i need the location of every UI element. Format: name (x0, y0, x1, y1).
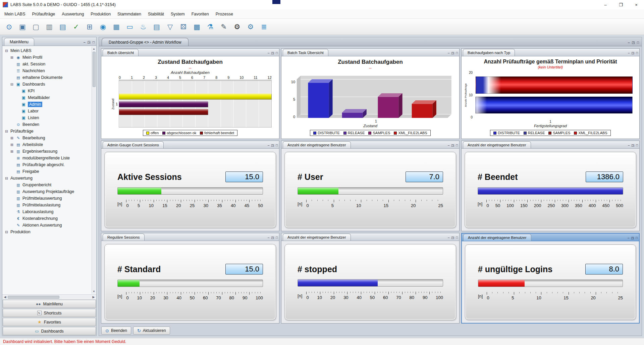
power-icon[interactable]: ⊙ (3, 21, 15, 33)
save-icon[interactable]: ▣ (17, 21, 28, 33)
table-document-icon[interactable]: ▤ (57, 21, 68, 33)
monitor-icon[interactable]: ▭ (124, 21, 136, 33)
window-close-icon[interactable]: × (629, 0, 644, 9)
tree-item-ergebniserfassung[interactable]: ⊞▥Ergebniserfassung (3, 148, 91, 155)
tree-item-gruppenbericht[interactable]: ▥Gruppenbericht (3, 182, 91, 188)
tree-item-dashboards[interactable]: ⊟▣Dashboards (3, 81, 91, 88)
copy-document-icon[interactable]: ▥ (44, 21, 55, 33)
maximize-icon[interactable]: □ (636, 236, 638, 240)
sidebar-button-shortcuts[interactable]: NShortcuts (3, 309, 96, 317)
minimize-icon[interactable]: – (448, 51, 449, 55)
tree-item-nachrichten[interactable]: ☰Nachrichten (3, 67, 91, 74)
panel-tab-anzahl-benutzer-stopped[interactable]: Anzahl der eingetragene Benutzer (283, 234, 351, 241)
tree-item-freigabe[interactable]: ▤Freigabe (3, 168, 91, 175)
scroll-down-icon[interactable]: ▼ (93, 289, 95, 294)
tree-item-produktion[interactable]: ⊟Produktion (3, 229, 91, 235)
panel-tab-batch-uebersicht[interactable]: Batch übersicht (103, 49, 139, 56)
maximize-icon[interactable]: □ (93, 41, 95, 44)
float-icon[interactable]: ◳ (631, 51, 634, 55)
scrollbar-thumb[interactable] (93, 52, 96, 87)
collapse-icon[interactable]: ⊟ (4, 176, 9, 181)
float-icon[interactable]: ◳ (451, 51, 454, 55)
panel-tab-anzahl-benutzer-user[interactable]: Anzahl der eingetragene Benutzer (283, 141, 351, 148)
tree-item-metallb-der[interactable]: ▣Metallbäder (3, 94, 91, 101)
scroll-left-icon[interactable]: ◀ (3, 295, 7, 299)
minimize-icon[interactable]: – (448, 236, 449, 239)
tree-item-listen[interactable]: ▣Listen (3, 114, 91, 121)
menu-auswertung[interactable]: Auswertung (59, 10, 87, 18)
maximize-icon[interactable]: □ (276, 236, 278, 239)
search-list-icon[interactable]: ≣ (258, 21, 270, 33)
sidebar-button-dashboards[interactable]: ▭Dashboards (3, 327, 96, 335)
collapse-icon[interactable]: ⊟ (4, 230, 9, 234)
panel-tab-batch-task-uebersicht[interactable]: Batch Task Übersicht (283, 49, 328, 56)
maximize-icon[interactable]: □ (456, 236, 458, 239)
maximize-icon[interactable]: □ (276, 51, 278, 55)
tree-item-aktionen-auswertung[interactable]: ✎Aktionen Auswertung (3, 222, 91, 229)
tree-item-auswertung[interactable]: ⊟Auswertung (3, 175, 91, 182)
maximize-icon[interactable]: □ (637, 41, 639, 44)
minimize-icon[interactable]: – (268, 236, 269, 239)
maximize-icon[interactable]: □ (276, 144, 278, 147)
footer-button-aktualisieren[interactable]: ↻Aktualisieren (133, 327, 170, 335)
tree-item-admin[interactable]: ▣Admin (3, 101, 91, 108)
float-icon[interactable]: ◳ (632, 41, 635, 44)
tree-item-labor[interactable]: ▣Labor (3, 108, 91, 114)
minimize-icon[interactable]: – (84, 41, 86, 44)
menu-favoriten[interactable]: Favoriten (189, 10, 212, 18)
collapse-icon[interactable]: ⊟ (10, 82, 14, 87)
minimize-icon[interactable]: – (268, 144, 269, 147)
expand-icon[interactable]: ⊞ (10, 143, 14, 147)
float-icon[interactable]: ◳ (631, 144, 634, 147)
maximize-icon[interactable]: □ (456, 51, 458, 55)
tree-item-beenden[interactable]: ⊙Beenden (3, 121, 91, 128)
maximize-icon[interactable]: □ (456, 144, 458, 147)
menu-produktion[interactable]: Produktion (88, 10, 114, 18)
sidebar-tab-mainmenu[interactable]: MainMenu (4, 38, 34, 46)
box-star-icon[interactable]: ▩ (191, 21, 203, 33)
expand-icon[interactable]: ⊞ (10, 55, 14, 60)
collapse-icon[interactable]: ⊟ (4, 129, 9, 134)
sidebar-button-favorites[interactable]: ★Favorites (3, 318, 96, 326)
float-icon[interactable]: ◳ (271, 144, 274, 147)
tree-item-arbeitsliste[interactable]: ⊞▤Arbeitsliste (3, 141, 91, 148)
scroll-right-icon[interactable]: ▶ (92, 295, 96, 299)
new-document-icon[interactable]: ▢ (30, 21, 42, 33)
flask-icon[interactable]: ⚗ (205, 21, 216, 33)
tree-item-laborauslastung[interactable]: ⚗Laborauslastung (3, 208, 91, 215)
tree-item-modul-bergreifende-liste[interactable]: ⊞modulübergreifende Liste (3, 155, 91, 161)
maximize-icon[interactable]: □ (636, 144, 638, 147)
thermometer-icon[interactable]: ♨ (138, 21, 149, 33)
dropper-icon[interactable]: ✎ (218, 21, 229, 33)
panel-tab-admin-gauge-count-sessions[interactable]: Admin Gauge Count Sessions (103, 141, 164, 148)
minimize-icon[interactable]: – (448, 144, 449, 147)
scrollbar-thumb[interactable] (8, 296, 59, 299)
dice-icon[interactable]: ⚄ (178, 21, 189, 33)
gear-dark-icon[interactable]: ⚙ (231, 21, 243, 33)
tree-item-pr-fauftr-ge-abgeschl[interactable]: ▤Prüfaufträge abgeschl. (3, 161, 91, 168)
tree-item-pr-fmittelauslastung[interactable]: ▥Prüfmittelauslastung (3, 202, 91, 208)
tree-item-pr-fauftr-ge[interactable]: ⊟Prüfaufträge (3, 128, 91, 135)
tree-item-erhaltene-dokumente[interactable]: ▤erhaltene Dokumente (3, 74, 91, 81)
tree-item-pr-fmittelauswertung[interactable]: ▥Prüfmittelauswertung (3, 195, 91, 202)
minimize-icon[interactable]: – (628, 144, 630, 147)
maximize-icon[interactable]: □ (636, 51, 638, 55)
menu-prozesse[interactable]: Prozesse (213, 10, 236, 18)
broadcast-icon[interactable]: ◉ (97, 21, 109, 33)
panel-tab-anzahl-benutzer-ungueltige-logins[interactable]: Anzahl der eingetragene Benutzer (463, 234, 531, 241)
menu-stabilit-t[interactable]: Stabilität (145, 10, 167, 18)
float-icon[interactable]: ◳ (88, 41, 91, 44)
float-icon[interactable]: ◳ (451, 236, 454, 239)
tree-item-auswertung-projektauftr-ge[interactable]: ▥Auswertung Projektaufträge (3, 188, 91, 195)
funnel-icon[interactable]: ▽ (164, 21, 176, 33)
horizontal-scrollbar[interactable]: ◀ ▶ (2, 294, 96, 299)
check-document-icon[interactable]: ✓ (70, 21, 82, 33)
panel-tab-anzahl-benutzer-beendet[interactable]: Anzahl der eingetragene Benutzer (463, 141, 531, 148)
menu-pr-fauftr-ge[interactable]: Prüfaufträge (29, 10, 58, 18)
scroll-up-icon[interactable]: ▲ (93, 47, 95, 51)
panel-tab-regulaere-sessions[interactable]: Reguläre Sessions (103, 234, 145, 241)
float-icon[interactable]: ◳ (271, 236, 274, 239)
footer-button-beenden[interactable]: ⊙Beenden (101, 327, 131, 335)
window-minimize-icon[interactable]: – (598, 0, 613, 9)
tree-item-bearbeitung[interactable]: ⊞✎Bearbeitung (3, 135, 91, 141)
